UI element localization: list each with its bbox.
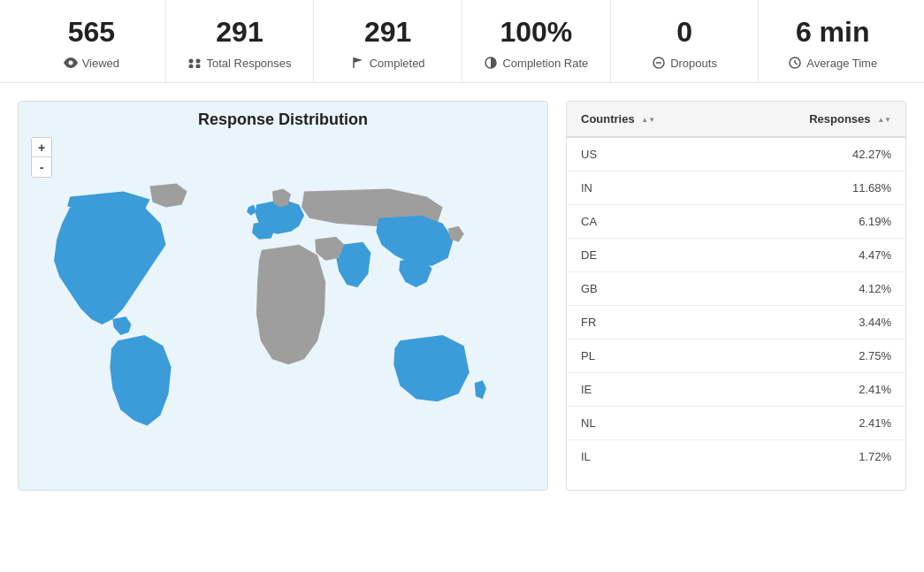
table-header: Countries ▲▼ Responses ▲▼ (567, 102, 905, 137)
responses-cell: 11.68% (730, 172, 905, 205)
country-cell: GB (567, 272, 730, 306)
eye-icon (64, 56, 78, 70)
country-cell: IN (567, 172, 730, 205)
stat-completion-rate: 100% Completion Rate (462, 0, 611, 82)
stat-dropouts-label: Dropouts (652, 56, 717, 70)
stat-total-responses-value: 291 (216, 16, 263, 49)
responses-cell: 2.75% (730, 339, 905, 373)
country-column-header[interactable]: Countries ▲▼ (567, 102, 730, 137)
responses-cell: 1.72% (730, 440, 905, 474)
world-map (27, 136, 538, 481)
country-cell: US (567, 137, 730, 172)
country-table: Countries ▲▼ Responses ▲▼ US 42.27% IN 1… (566, 101, 906, 491)
minus-circle-icon (652, 56, 666, 70)
responses-cell: 6.19% (730, 205, 905, 239)
responses-column-header[interactable]: Responses ▲▼ (730, 102, 905, 137)
responses-cell: 4.47% (730, 239, 905, 272)
map-section: Response Distribution + - (18, 101, 548, 491)
stats-bar: 565 Viewed 291 Total Responses (0, 0, 924, 83)
dots-icon (187, 56, 202, 70)
country-cell: NL (567, 407, 730, 440)
country-cell: IE (567, 373, 730, 407)
responses-cell: 3.44% (730, 306, 905, 339)
responses-sort-icon[interactable]: ▲▼ (877, 117, 891, 124)
map-title: Response Distribution (27, 111, 538, 129)
svg-line-12 (795, 63, 798, 65)
svg-point-1 (189, 59, 194, 64)
table-row: CA 6.19% (567, 205, 905, 239)
stat-completed-label: Completed (351, 56, 425, 70)
stat-average-time: 6 min Average Time (759, 0, 906, 82)
flag-icon (351, 56, 365, 70)
stat-viewed-value: 565 (68, 16, 115, 49)
zoom-in-button[interactable]: + (32, 138, 51, 157)
table-row: IN 11.68% (567, 172, 905, 205)
responses-cell: 2.41% (730, 373, 905, 407)
stat-average-time-value: 6 min (796, 16, 870, 49)
stat-total-responses: 291 Total Responses (166, 0, 315, 82)
stat-dropouts-value: 0 (676, 16, 692, 49)
table-row: PL 2.75% (567, 339, 905, 373)
country-cell: CA (567, 205, 730, 239)
stat-viewed: 565 Viewed (18, 0, 166, 82)
table-body: US 42.27% IN 11.68% CA 6.19% DE 4.47% GB… (567, 137, 905, 473)
zoom-out-button[interactable]: - (32, 157, 51, 177)
responses-cell: 2.41% (730, 407, 905, 440)
svg-point-4 (196, 65, 201, 69)
table-row: NL 2.41% (567, 407, 905, 440)
country-cell: FR (567, 306, 730, 339)
responses-cell: 42.27% (730, 137, 905, 172)
country-cell: IL (567, 440, 730, 474)
svg-marker-6 (354, 57, 363, 63)
responses-table: Countries ▲▼ Responses ▲▼ US 42.27% IN 1… (567, 102, 905, 473)
stat-total-responses-label: Total Responses (187, 56, 291, 70)
stat-completed: 291 Completed (314, 0, 462, 82)
responses-cell: 4.12% (730, 272, 905, 306)
table-row: US 42.27% (567, 137, 905, 172)
table-row: IE 2.41% (567, 373, 905, 407)
stat-completion-rate-label: Completion Rate (484, 56, 588, 70)
country-cell: DE (567, 239, 730, 272)
main-content: Response Distribution + - (0, 83, 924, 508)
stat-completed-value: 291 (364, 16, 411, 49)
country-sort-icon[interactable]: ▲▼ (641, 117, 655, 124)
stat-average-time-label: Average Time (788, 56, 877, 70)
svg-point-2 (196, 59, 201, 64)
stat-completion-rate-value: 100% (500, 16, 572, 49)
map-controls: + - (31, 137, 52, 178)
stat-dropouts: 0 Dropouts (611, 0, 760, 82)
stat-viewed-label: Viewed (64, 56, 119, 70)
svg-point-0 (68, 61, 73, 65)
country-cell: PL (567, 339, 730, 373)
table-row: IL 1.72% (567, 440, 905, 474)
half-circle-icon (484, 56, 498, 70)
clock-icon (788, 56, 802, 70)
table-row: DE 4.47% (567, 239, 905, 272)
table-row: FR 3.44% (567, 306, 905, 339)
table-row: GB 4.12% (567, 272, 905, 306)
svg-point-3 (189, 65, 194, 69)
